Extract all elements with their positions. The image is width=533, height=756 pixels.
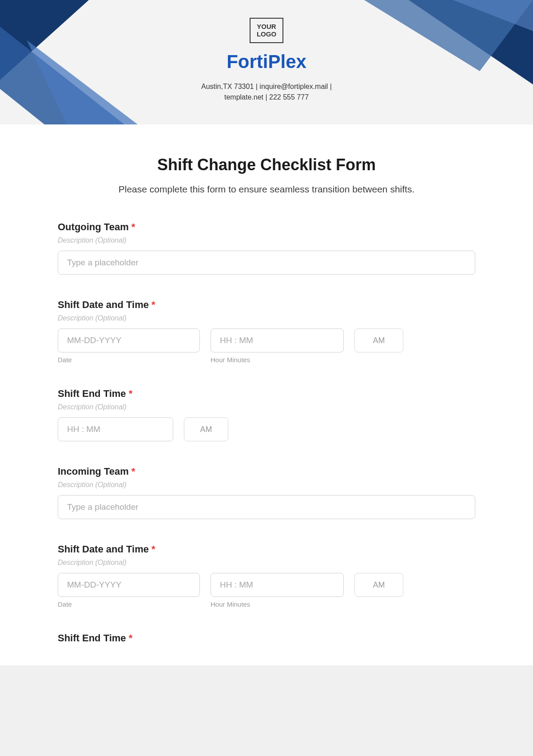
ampm-selector[interactable]: AM — [354, 573, 403, 597]
required-mark: * — [131, 221, 135, 232]
field-label: Incoming Team * — [58, 466, 475, 477]
contact-line-2: template.net | 222 555 777 — [224, 93, 309, 101]
incoming-team-input[interactable] — [58, 495, 475, 519]
required-mark: * — [151, 299, 155, 310]
shift-date-input-2[interactable] — [58, 573, 200, 597]
logo-text-1: YOUR — [257, 23, 276, 30]
outgoing-team-input[interactable] — [58, 251, 475, 275]
shift-date-input[interactable] — [58, 328, 200, 352]
field-shift-end-1: Shift End Time * Description (Optional) … — [58, 388, 475, 441]
field-description: Description (Optional) — [58, 236, 475, 244]
page-subtitle: Please complete this form to ensure seam… — [58, 184, 475, 195]
field-description: Description (Optional) — [58, 403, 475, 411]
field-description: Description (Optional) — [58, 481, 475, 489]
required-mark: * — [129, 632, 133, 644]
field-label: Shift Date and Time * — [58, 544, 475, 555]
field-shift-end-2: Shift End Time * — [58, 632, 475, 644]
company-contact: Austin,TX 73301 | inquire@fortiplex.mail… — [0, 81, 533, 103]
field-description: Description (Optional) — [58, 314, 475, 322]
ampm-selector[interactable]: AM — [354, 328, 403, 352]
header-banner: YOUR LOGO FortiPlex Austin,TX 73301 | in… — [0, 0, 533, 124]
required-mark: * — [129, 388, 133, 399]
contact-line-1: Austin,TX 73301 | inquire@fortiplex.mail… — [201, 83, 332, 90]
date-sublabel: Date — [58, 356, 200, 364]
time-sublabel: Hour Minutes — [211, 600, 344, 608]
required-mark: * — [151, 544, 155, 555]
required-mark: * — [131, 466, 135, 477]
field-incoming-team: Incoming Team * Description (Optional) — [58, 466, 475, 519]
logo-text-2: LOGO — [257, 30, 276, 38]
ampm-selector[interactable]: AM — [184, 417, 228, 441]
logo-placeholder: YOUR LOGO — [250, 18, 283, 43]
field-label: Shift End Time * — [58, 388, 475, 400]
field-outgoing-team: Outgoing Team * Description (Optional) — [58, 221, 475, 275]
date-sublabel: Date — [58, 600, 200, 608]
field-label: Shift Date and Time * — [58, 299, 475, 311]
field-label: Shift End Time * — [58, 632, 475, 644]
shift-end-time-input[interactable] — [58, 417, 173, 441]
shift-time-input[interactable] — [211, 328, 344, 352]
page-title: Shift Change Checklist Form — [58, 156, 475, 174]
shift-time-input-2[interactable] — [211, 573, 344, 597]
field-description: Description (Optional) — [58, 559, 475, 567]
time-sublabel: Hour Minutes — [211, 356, 344, 364]
field-shift-datetime-2: Shift Date and Time * Description (Optio… — [58, 544, 475, 608]
field-shift-datetime-1: Shift Date and Time * Description (Optio… — [58, 299, 475, 364]
company-name: FortiPlex — [0, 51, 533, 72]
field-label: Outgoing Team * — [58, 221, 475, 233]
form-body: Shift Change Checklist Form Please compl… — [0, 124, 533, 665]
